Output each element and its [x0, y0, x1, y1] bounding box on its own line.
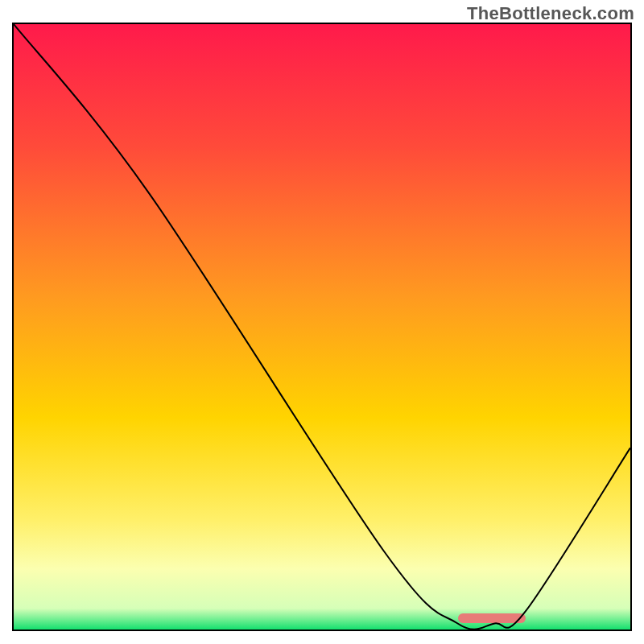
- curve-path: [14, 24, 630, 630]
- bottleneck-curve-line: [14, 24, 630, 630]
- plot-area: [12, 23, 632, 631]
- chart-container: TheBottleneck.com: [0, 0, 644, 644]
- watermark-text: TheBottleneck.com: [467, 3, 634, 24]
